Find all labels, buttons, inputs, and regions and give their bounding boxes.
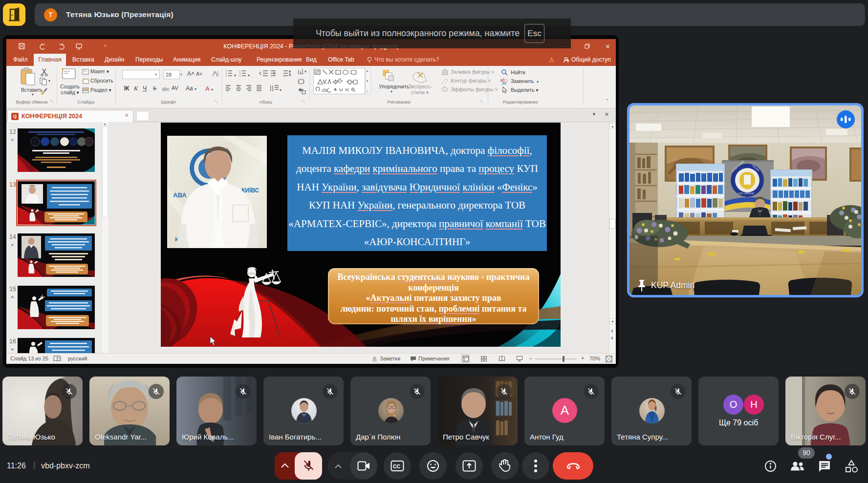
svg-text:АВА: АВА: [173, 191, 187, 199]
svg-text:▾: ▾: [248, 73, 250, 78]
svg-text:▾: ▾: [280, 88, 282, 92]
svg-text:CC: CC: [393, 463, 401, 469]
svg-text:▾: ▾: [234, 73, 236, 78]
svg-text:ac: ac: [502, 81, 507, 85]
svg-text:НАН УКРАЇНИ: НАН УКРАЇНИ: [738, 192, 754, 195]
svg-text:▾: ▾: [304, 69, 306, 74]
